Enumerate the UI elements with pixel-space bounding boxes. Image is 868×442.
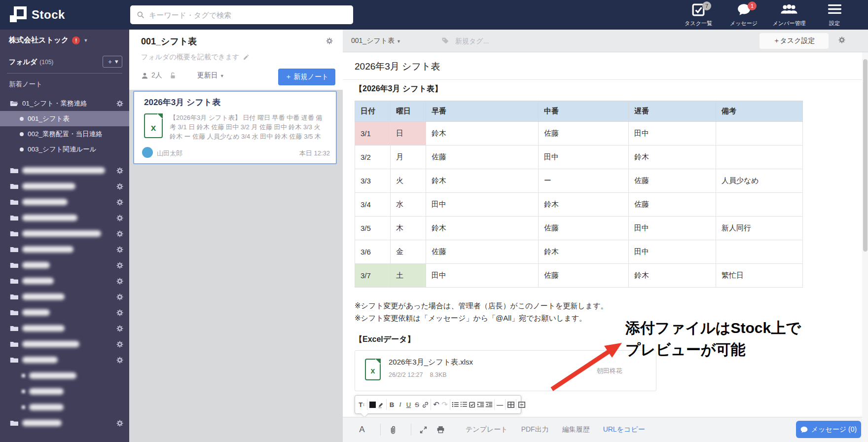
shift-table: 日付曜日早番中番遅番備考 3/1日鈴木佐藤田中3/2月佐藤田中鈴木3/3火鈴木ー…: [355, 101, 803, 288]
new-note-button[interactable]: ＋ 新規ノート: [278, 69, 335, 85]
sidebar-folder-redacted[interactable]: [0, 179, 129, 194]
topnav-members[interactable]: メンバー管理: [766, 0, 812, 30]
topnav-chat-bubble[interactable]: 1メッセージ: [721, 0, 766, 30]
gear-icon[interactable]: [116, 198, 123, 206]
gear-icon[interactable]: [116, 293, 123, 300]
sidebar-folder-redacted[interactable]: [0, 273, 129, 289]
folder-description-placeholder[interactable]: フォルダの概要を記載できます: [141, 53, 250, 62]
sidebar-folder-redacted[interactable]: [0, 305, 129, 320]
folder-breadcrumb[interactable]: 001_シフト表 ▼: [351, 37, 401, 45]
table-remove-icon[interactable]: [517, 399, 526, 410]
bold-icon[interactable]: B: [388, 399, 396, 410]
hamburger-icon: [828, 3, 842, 17]
folder-icon: [10, 420, 18, 427]
sidebar-folder-redacted[interactable]: [0, 194, 129, 210]
print-icon[interactable]: [435, 426, 446, 434]
gear-icon[interactable]: [116, 340, 123, 348]
sort-dropdown[interactable]: 更新日 ▼: [197, 71, 224, 80]
sidebar-folder-redacted[interactable]: [0, 352, 129, 368]
sidebar-folder-redacted[interactable]: [0, 415, 129, 431]
sidebar-note-002[interactable]: 002_業務配置・当日連絡: [0, 126, 129, 142]
gear-icon[interactable]: [116, 309, 123, 316]
gear-icon[interactable]: [116, 261, 123, 269]
table-row: 3/4水田中鈴木佐藤: [355, 193, 803, 217]
italic-icon[interactable]: I: [396, 399, 404, 410]
folder-icon: [10, 183, 18, 190]
outdent-icon[interactable]: [485, 399, 493, 410]
gear-icon[interactable]: [116, 100, 123, 107]
message-button[interactable]: メッセージ (0): [796, 421, 861, 438]
stock-logo[interactable]: Stock: [10, 5, 65, 24]
table-cell: [716, 146, 803, 169]
gear-icon[interactable]: [116, 325, 123, 332]
gear-icon[interactable]: [116, 230, 123, 237]
editor-action-編集履歴[interactable]: 編集履歴: [562, 425, 590, 434]
paperclip-icon[interactable]: [387, 425, 398, 435]
add-folder-button[interactable]: ＋ ▾: [103, 56, 122, 68]
highlighter-icon[interactable]: [377, 399, 385, 410]
editor-action-PDF出力[interactable]: PDF出力: [521, 425, 549, 434]
table-row: 3/7土田中佐藤鈴木繁忙日: [355, 264, 803, 288]
note-card-timestamp: 本日 12:32: [299, 149, 330, 158]
table-icon[interactable]: [506, 399, 515, 410]
sidebar-folder-shift[interactable]: 01_シフト・業務連絡: [0, 96, 129, 111]
underline-icon[interactable]: U: [404, 399, 413, 410]
scrollbar-thumb[interactable]: [863, 59, 868, 252]
redo-icon[interactable]: ↷: [440, 399, 449, 410]
toolbar-separator: [505, 399, 506, 410]
editor-action-テンプレート[interactable]: テンプレート: [466, 425, 508, 434]
new-tag-input[interactable]: 新規タグ...: [455, 37, 489, 46]
table-cell: 3/1: [355, 122, 391, 146]
indent-icon[interactable]: [476, 399, 485, 410]
sidebar-folder-redacted[interactable]: [0, 321, 129, 336]
bullet-list-icon[interactable]: [451, 399, 460, 410]
toolbar-separator: [367, 399, 367, 410]
alert-badge: !: [72, 37, 80, 44]
color-swatch-icon[interactable]: [368, 399, 377, 410]
sidebar-note-redacted[interactable]: [0, 400, 129, 415]
sidebar-folder-redacted[interactable]: [0, 163, 129, 178]
sidebar-folder-redacted[interactable]: [0, 242, 129, 257]
sidebar-note-redacted[interactable]: [0, 368, 129, 383]
global-search[interactable]: [130, 5, 353, 24]
redacted-label: [22, 199, 68, 205]
gear-icon[interactable]: [116, 214, 123, 221]
org-selector[interactable]: 株式会社ストック ! ▼: [9, 36, 88, 45]
undo-icon[interactable]: ↶: [432, 399, 440, 410]
gear-icon[interactable]: [838, 36, 847, 45]
sidebar-folder-redacted[interactable]: [0, 336, 129, 352]
gear-icon[interactable]: [116, 246, 123, 253]
expand-icon[interactable]: [418, 426, 429, 434]
copy-url-button[interactable]: URLをコピー: [603, 425, 645, 434]
sidebar-item-new-notes[interactable]: 新着ノート: [9, 80, 42, 89]
note-card-selected[interactable]: 2026年3月 シフト表 x 【2026年3月 シフト表】 日付 曜日 早番 中…: [133, 91, 337, 164]
horizontal-rule-icon[interactable]: —: [496, 399, 504, 410]
gear-icon[interactable]: [116, 167, 123, 174]
sidebar-note-003[interactable]: 003_シフト関連ルール: [0, 142, 129, 157]
sidebar-folder-redacted[interactable]: [0, 226, 129, 241]
gear-icon[interactable]: [116, 419, 123, 427]
chat-bubble-icon: [800, 426, 808, 433]
gear-icon[interactable]: [116, 183, 123, 190]
sidebar-note-redacted[interactable]: [0, 384, 129, 399]
topnav-task-check[interactable]: 7タスク一覧: [676, 0, 721, 30]
link-icon[interactable]: [421, 399, 430, 410]
text-size-icon[interactable]: T↕: [358, 399, 366, 410]
gear-icon[interactable]: [116, 277, 123, 285]
sidebar-note-001[interactable]: 001_シフト表: [0, 111, 129, 126]
add-task-button[interactable]: ＋タスク設定: [760, 33, 829, 49]
sidebar-folder-redacted[interactable]: [0, 289, 129, 304]
font-a-icon[interactable]: A: [357, 425, 367, 435]
note-list-header: 001_シフト表 フォルダの概要を記載できます 2人 更新日 ▼ ＋ 新規ノート: [129, 30, 343, 90]
sidebar-folder-redacted[interactable]: [0, 210, 129, 225]
table-cell: 金: [391, 240, 426, 264]
scrollbar-track[interactable]: [862, 52, 868, 442]
checkbox-list-icon[interactable]: [468, 399, 476, 410]
strikethrough-icon[interactable]: S: [413, 399, 421, 410]
sidebar-folder-redacted[interactable]: [0, 258, 129, 273]
ordered-list-icon[interactable]: [460, 399, 468, 410]
gear-icon[interactable]: [326, 37, 334, 45]
search-input[interactable]: [149, 11, 336, 19]
topnav-hamburger[interactable]: 設定: [812, 0, 857, 30]
gear-icon[interactable]: [116, 356, 123, 364]
